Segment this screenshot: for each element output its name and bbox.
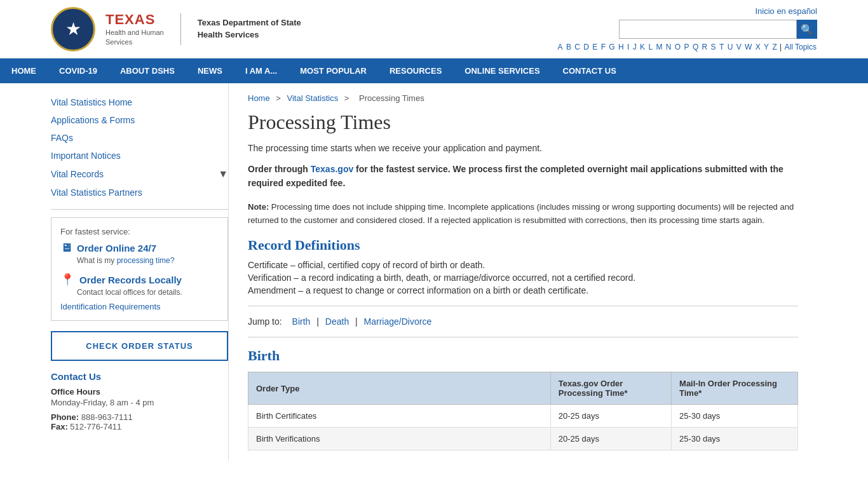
nav-news[interactable]: NEWS xyxy=(186,58,234,83)
texas-label: TEXAS xyxy=(105,11,164,28)
jump-birth-link[interactable]: Birth xyxy=(292,316,311,327)
fax-number: Fax: 512-776-7411 xyxy=(51,422,228,431)
main-content: Home > Vital Statistics > Processing Tim… xyxy=(229,83,817,461)
phone-number: Phone: 888-963-7111 xyxy=(51,412,228,422)
jump-death-link[interactable]: Death xyxy=(325,316,349,327)
alpha-n[interactable]: N xyxy=(666,43,672,51)
nav-most-popular[interactable]: MOST POPULAR xyxy=(288,58,378,83)
nav-covid19[interactable]: COVID-19 xyxy=(48,58,109,83)
fastest-service-label: For fastest service: xyxy=(60,227,219,236)
search-button[interactable]: 🔍 xyxy=(797,20,817,39)
id-requirements-link[interactable]: Identification Requirements xyxy=(60,302,219,311)
alpha-x[interactable]: X xyxy=(756,43,761,51)
order-highlight: Order through Texas.gov for the fastest … xyxy=(248,162,798,191)
section-divider-2 xyxy=(248,337,798,337)
alphabet-nav: A B C D E F G H I J K L M N O P Q R S T … xyxy=(557,43,817,51)
sidebar-faqs[interactable]: FAQs xyxy=(51,129,228,147)
alpha-j[interactable]: J xyxy=(633,43,637,51)
sidebar-vital-statistics-partners[interactable]: Vital Statistics Partners xyxy=(51,184,228,201)
nav-i-am-a[interactable]: I AM A... xyxy=(234,58,288,83)
order-local-link[interactable]: 📍 Order Records Locally xyxy=(60,273,219,287)
alpha-b[interactable]: B xyxy=(566,43,571,51)
processing-time-sub: What is my processing time? xyxy=(77,256,219,265)
def-amendment: Amendment – a request to change or corre… xyxy=(248,285,798,295)
birth-section-title: Birth xyxy=(248,348,798,364)
sidebar-applications-forms[interactable]: Applications & Forms xyxy=(51,111,228,129)
texasgov-link[interactable]: Texas.gov xyxy=(311,164,353,174)
birth-verif-txgov: 20-25 days xyxy=(550,428,671,451)
alpha-p[interactable]: P xyxy=(684,43,689,51)
birth-verif-mailin: 25-30 days xyxy=(672,428,798,451)
office-hours-value: Monday-Friday, 8 am - 4 pm xyxy=(51,398,228,407)
alpha-u[interactable]: U xyxy=(728,43,733,51)
alpha-k[interactable]: K xyxy=(640,43,645,51)
logo-divider xyxy=(180,13,181,45)
alpha-d[interactable]: D xyxy=(583,43,589,51)
birth-cert-txgov: 20-25 days xyxy=(550,405,671,428)
alpha-f[interactable]: F xyxy=(601,43,606,51)
alpha-v[interactable]: V xyxy=(736,43,742,51)
breadcrumb-home[interactable]: Home xyxy=(248,93,270,103)
alpha-o[interactable]: O xyxy=(675,43,681,51)
alpha-z[interactable]: Z xyxy=(772,43,776,51)
alpha-s[interactable]: S xyxy=(711,43,716,51)
record-definitions-title: Record Definitions xyxy=(248,237,798,254)
dept-name: Texas Department of StateHealth Services xyxy=(198,17,301,40)
birth-cert-type: Birth Certificates xyxy=(248,405,551,428)
section-divider-1 xyxy=(248,306,798,306)
alpha-h[interactable]: H xyxy=(618,43,624,51)
chevron-down-icon: ▼ xyxy=(218,168,228,180)
alpha-i[interactable]: I xyxy=(627,43,629,51)
note-box: Note: Processing time does not include s… xyxy=(248,201,798,227)
espanol-link[interactable]: Inicio en español xyxy=(755,6,817,16)
birth-table: Order Type Texas.gov Order Processing Ti… xyxy=(248,372,798,451)
th-txgov: Texas.gov Order Processing Time* xyxy=(550,372,671,405)
alpha-l[interactable]: L xyxy=(648,43,653,51)
sidebar-important-notices[interactable]: Important Notices xyxy=(51,147,228,165)
nav-home[interactable]: HOME xyxy=(0,58,48,83)
page-title: Processing Times xyxy=(248,111,798,134)
contact-section: Contact Us Office Hours Monday-Friday, 8… xyxy=(51,371,228,431)
nav-online-services[interactable]: ONLINE SERVICES xyxy=(453,58,551,83)
nav-contact-us[interactable]: CONTACT US xyxy=(552,58,628,83)
order-online-link[interactable]: 🖥 Order Online 24/7 xyxy=(60,241,219,255)
breadcrumb-vital[interactable]: Vital Statistics xyxy=(287,93,339,103)
content-wrapper: Vital Statistics Home Applications & For… xyxy=(51,83,817,461)
def-verification: Verification – a record indicating a bir… xyxy=(248,273,798,283)
sidebar: Vital Statistics Home Applications & For… xyxy=(51,83,229,461)
texas-logo-seal: ★ xyxy=(51,7,95,51)
search-input[interactable] xyxy=(619,20,797,39)
jump-marriage-divorce-link[interactable]: Marriage/Divorce xyxy=(364,316,432,327)
alpha-c[interactable]: C xyxy=(574,43,580,51)
alpha-r[interactable]: R xyxy=(702,43,708,51)
table-row: Birth Certificates 20-25 days 25-30 days xyxy=(248,405,798,428)
table-row: Birth Verifications 20-25 days 25-30 day… xyxy=(248,428,798,451)
search-icon: 🔍 xyxy=(801,24,813,36)
alpha-y[interactable]: Y xyxy=(764,43,769,51)
sidebar-divider xyxy=(51,209,228,210)
header-logo-area: ★ TEXAS Health and Human Services Texas … xyxy=(51,7,301,51)
alpha-w[interactable]: W xyxy=(745,43,752,51)
alpha-a[interactable]: A xyxy=(558,43,563,51)
all-topics-link[interactable]: All Topics xyxy=(785,43,817,51)
sidebar-service-box: For fastest service: 🖥 Order Online 24/7… xyxy=(51,217,228,321)
breadcrumb: Home > Vital Statistics > Processing Tim… xyxy=(248,93,798,103)
logo-text: TEXAS Health and Human Services xyxy=(105,11,164,46)
laptop-icon: 🖥 xyxy=(60,241,72,255)
contact-title: Contact Us xyxy=(51,371,228,382)
alpha-q[interactable]: Q xyxy=(693,43,698,51)
alpha-t[interactable]: T xyxy=(719,43,724,51)
nav-about-dshs[interactable]: ABOUT DSHS xyxy=(109,58,186,83)
alpha-g[interactable]: G xyxy=(609,43,614,51)
intro-text: The processing time starts when we recei… xyxy=(248,143,798,153)
def-certificate: Certificate – official, certified copy o… xyxy=(248,260,798,270)
sidebar-vital-statistics-home[interactable]: Vital Statistics Home xyxy=(51,93,228,111)
star-icon: ★ xyxy=(65,18,81,39)
processing-time-link[interactable]: processing time? xyxy=(117,256,175,265)
birth-verif-type: Birth Verifications xyxy=(248,428,551,451)
alpha-e[interactable]: E xyxy=(592,43,597,51)
check-order-status-button[interactable]: CHECK ORDER STATUS xyxy=(51,331,228,361)
sidebar-vital-records[interactable]: Vital Records ▼ xyxy=(51,165,228,184)
nav-resources[interactable]: RESOURCES xyxy=(378,58,453,83)
alpha-m[interactable]: M xyxy=(656,43,662,51)
